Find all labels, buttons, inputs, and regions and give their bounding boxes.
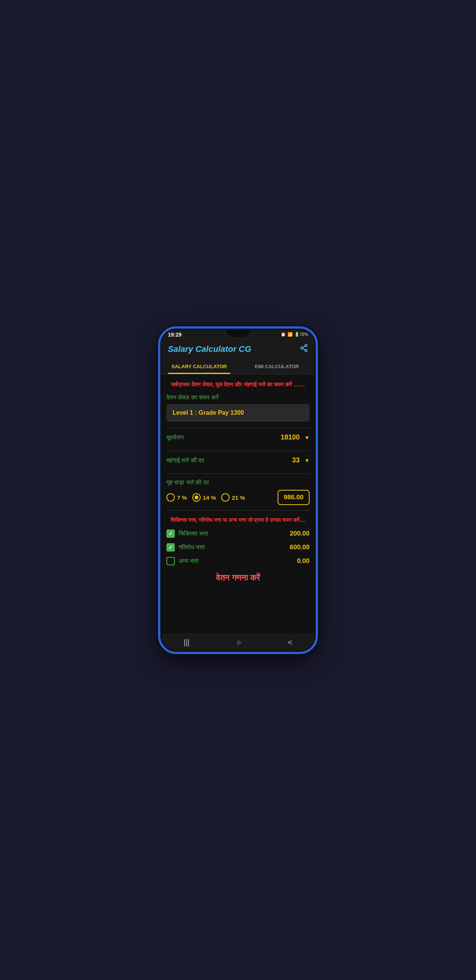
da-rate-arrow[interactable]: ▼ [304,457,310,464]
mool-vetan-right: 18100 ▼ [281,433,310,441]
allowance-chikitsa: ✓ चिकित्सा भत्ता 200.00 [166,529,310,538]
allowance-gatirodh: ✓ गतिरोध भत्ता 600.00 [166,543,310,552]
mool-vetan-label: मूलवेतन [166,434,184,441]
app-header: Salary Calculator CG [160,339,316,359]
status-time: 19:29 [168,332,182,338]
main-content: सर्वप्रथम वेतन लेवल, मूल वेतन और मंहगाई … [160,374,316,634]
checkbox-gatirodh[interactable]: ✓ [166,543,175,552]
radio-label-7: 7 % [177,494,187,501]
radio-outer-7 [166,493,175,502]
wifi-icon: 📶 [288,332,293,337]
divider-2 [166,451,310,451]
divider-1 [166,428,310,428]
mool-vetan-value: 18100 [281,433,300,441]
tab-emi[interactable]: EMI CALCULATOR [238,359,316,374]
mool-vetan-arrow[interactable]: ▼ [304,435,310,441]
radio-outer-14 [192,493,201,502]
checkbox-anya[interactable] [166,557,175,565]
alarm-icon: ⏰ [281,332,286,337]
divider-4 [166,510,310,511]
allowance-anya-amount: 0.00 [297,557,310,565]
da-rate-value: 33 [292,456,300,464]
share-icon[interactable] [300,344,308,354]
hra-row: 7 % 14 % 21 % 986.00 [166,490,310,505]
radio-label-14: 14 % [203,494,216,501]
nav-home-icon[interactable]: ○ [236,638,241,647]
da-rate-right: 33 ▼ [292,456,310,464]
status-icons: ⏰ 📶 🔋72% [281,332,308,337]
calculate-btn-container: वेतन गणना करें [166,573,310,583]
radio-inner-14 [195,496,198,499]
divider-3 [166,473,310,474]
radio-outer-21 [221,493,230,502]
nav-back-icon[interactable]: ||| [184,638,190,647]
nav-recent-icon[interactable]: < [288,638,292,647]
da-rate-label: महंगाई भत्ते की दर [166,457,204,464]
hra-option-21[interactable]: 21 % [221,493,245,502]
hra-option-14[interactable]: 14 % [192,493,216,502]
instruction-text: सर्वप्रथम वेतन लेवल, मूल वेतन और मंहगाई … [166,380,310,389]
allowance-chikitsa-name: चिकित्सा भत्ता [179,530,208,537]
allowance-chikitsa-left: ✓ चिकित्सा भत्ता [166,529,208,538]
nav-bar: ||| ○ < [160,634,316,652]
allowance-anya: अन्य भत्ता 0.00 [166,557,310,565]
checkbox-chikitsa[interactable]: ✓ [166,529,175,538]
salary-level-dropdown[interactable]: Level 1 : Grade Pay 1300 [166,404,310,422]
hra-label: गृह भाड़ा भत्ते की दर [166,479,310,486]
mool-vetan-row: मूलवेतन 18100 ▼ [166,433,310,445]
allowance-anya-left: अन्य भत्ता [166,557,199,565]
svg-line-3 [303,348,305,350]
da-rate-row: महंगाई भत्ते की दर 33 ▼ [166,456,310,468]
notch [227,329,249,337]
hra-section: गृह भाड़ा भत्ते की दर 7 % 14 % 21 [166,479,310,505]
allowance-chikitsa-amount: 200.00 [290,530,310,537]
calculate-button[interactable]: वेतन गणना करें [216,573,260,582]
battery-icon: 🔋72% [294,332,308,337]
salary-level-value: Level 1 : Grade Pay 1300 [173,409,244,416]
allowance-anya-name: अन्य भत्ता [179,558,199,565]
allowance-gatirodh-left: ✓ गतिरोध भत्ता [166,543,205,552]
app-title: Salary Calculator CG [168,344,251,354]
allowance-gatirodh-amount: 600.00 [290,544,310,551]
phone-frame: 19:29 ⏰ 📶 🔋72% Salary Calculator CG SALA… [158,326,318,654]
tab-bar: SALARY CALCULATOR EMI CALCULATOR [160,359,316,374]
allowances-instruction: चिकित्सा भत्ता, गतिरोध भत्ता या अन्य भत्… [166,516,310,524]
salary-level-label: वेतन लेवल का चयन करें [166,394,310,401]
radio-label-21: 21 % [232,494,245,501]
hra-value-box: 986.00 [278,490,310,505]
tab-salary[interactable]: SALARY CALCULATOR [160,359,238,374]
svg-line-4 [303,346,305,347]
allowance-gatirodh-name: गतिरोध भत्ता [179,544,205,551]
hra-option-7[interactable]: 7 % [166,493,187,502]
